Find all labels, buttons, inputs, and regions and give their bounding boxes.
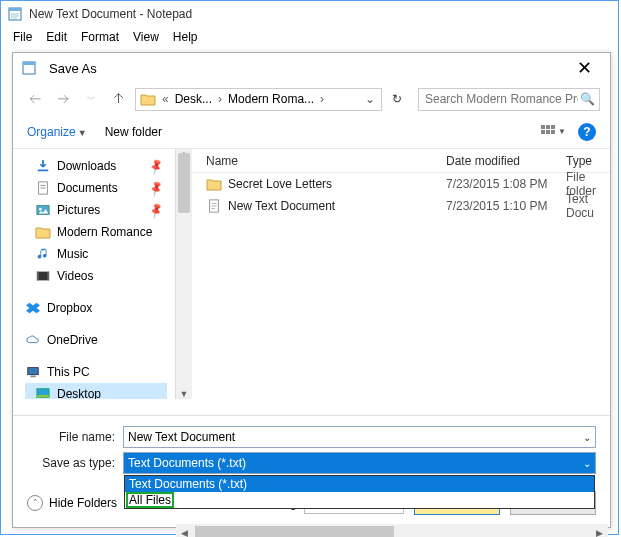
svg-rect-23 (30, 376, 35, 378)
column-date[interactable]: Date modified (446, 154, 566, 168)
dialog-titlebar: Save As ✕ (13, 53, 610, 83)
tree-item-pictures[interactable]: Pictures📌 (25, 199, 175, 221)
search-icon[interactable]: 🔍 (580, 92, 595, 106)
svg-rect-22 (28, 368, 39, 375)
pin-icon: 📌 (147, 201, 166, 219)
forward-button: 🡢 (51, 88, 75, 110)
chevron-right-icon[interactable]: « (162, 92, 169, 106)
tree-item-downloads[interactable]: Downloads📌 (25, 155, 175, 177)
videos-icon (35, 269, 51, 283)
scroll-left-icon[interactable]: ◀ (176, 528, 193, 538)
svg-rect-1 (9, 8, 21, 11)
list-item[interactable]: Secret Love Letters 7/23/2015 1:08 PM Fi… (192, 173, 610, 195)
scroll-right-icon[interactable]: ▶ (591, 528, 608, 538)
folder-icon (206, 177, 222, 191)
saveastype-option[interactable]: All Files (127, 493, 173, 507)
pin-icon: 📌 (147, 179, 166, 197)
svg-rect-11 (546, 130, 550, 134)
textdoc-icon (206, 199, 222, 213)
help-button[interactable]: ? (578, 123, 596, 141)
back-button[interactable]: 🡠 (23, 88, 47, 110)
list-item[interactable]: New Text Document 7/23/2015 1:10 PM Text… (192, 195, 610, 217)
svg-rect-8 (546, 125, 550, 129)
menu-help[interactable]: Help (167, 28, 204, 46)
filename-value: New Text Document (128, 430, 235, 444)
notepad-icon (7, 6, 23, 22)
notepad-title: New Text Document - Notepad (29, 7, 612, 21)
scroll-thumb[interactable] (195, 526, 394, 537)
tree-item-folder[interactable]: Modern Romance (25, 221, 175, 243)
menu-edit[interactable]: Edit (40, 28, 73, 46)
svg-rect-13 (38, 170, 49, 172)
menu-format[interactable]: Format (75, 28, 125, 46)
nav-tree[interactable]: Downloads📌 Documents📌 Pictures📌 Modern R… (13, 149, 175, 399)
download-icon (35, 159, 51, 173)
tree-item-onedrive[interactable]: OneDrive (25, 329, 175, 351)
svg-rect-10 (541, 130, 545, 134)
svg-rect-20 (37, 272, 39, 281)
search-box[interactable]: 🔍 (418, 88, 600, 111)
svg-rect-9 (551, 125, 555, 129)
up-button[interactable]: 🡡 (107, 88, 131, 110)
menu-view[interactable]: View (127, 28, 165, 46)
saveastype-dropdown: Text Documents (*.txt) All Files (124, 475, 595, 509)
tree-item-music[interactable]: Music (25, 243, 175, 265)
tree-item-documents[interactable]: Documents📌 (25, 177, 175, 199)
search-input[interactable] (423, 91, 580, 107)
column-type[interactable]: Type (566, 154, 610, 168)
newfolder-button[interactable]: New folder (105, 125, 162, 139)
hide-folders-button[interactable]: ˄ Hide Folders (27, 495, 117, 511)
svg-rect-12 (551, 130, 555, 134)
folder-icon (35, 225, 51, 239)
list-header: Name Date modified Type (192, 149, 610, 173)
menu-file[interactable]: File (7, 28, 38, 46)
saveastype-value: Text Documents (*.txt) (128, 456, 246, 470)
dropbox-icon (25, 301, 41, 315)
breadcrumb-seg1[interactable]: Desk... (175, 92, 212, 106)
thispc-icon (25, 365, 41, 379)
notepad-titlebar: New Text Document - Notepad (1, 1, 618, 27)
view-mode-button[interactable]: ▼ (541, 125, 566, 139)
chevron-up-icon: ˄ (27, 495, 43, 511)
scroll-down-icon[interactable]: ▼ (176, 389, 192, 399)
list-hscrollbar[interactable]: ◀ ▶ (176, 524, 608, 537)
svg-rect-21 (47, 272, 49, 281)
desktop-icon (35, 387, 51, 399)
tree-item-dropbox[interactable]: Dropbox (25, 297, 175, 319)
document-icon (35, 181, 51, 195)
chevron-down-icon[interactable]: ⌄ (583, 458, 591, 469)
address-bar[interactable]: « Desk... › Modern Roma... › ⌄ (135, 88, 382, 111)
chevron-down-icon[interactable]: ⌄ (583, 432, 591, 443)
refresh-button[interactable]: ↻ (386, 88, 408, 110)
recent-dropdown[interactable]: ﹀ (79, 88, 103, 110)
address-dropdown-icon[interactable]: ⌄ (363, 92, 377, 106)
chevron-right-icon: › (218, 92, 222, 106)
tree-scrollbar[interactable]: ▲ ▼ (175, 149, 192, 399)
saveastype-option[interactable]: Text Documents (*.txt) (125, 476, 594, 492)
pin-icon: 📌 (147, 157, 166, 175)
saveastype-field[interactable]: Text Documents (*.txt) ⌄ Text Documents … (123, 452, 596, 474)
organize-button[interactable]: Organize▼ (27, 125, 87, 139)
tree-item-videos[interactable]: Videos (25, 265, 175, 287)
filename-field[interactable]: New Text Document ⌄ (123, 426, 596, 448)
scroll-thumb[interactable] (178, 153, 190, 213)
tree-item-thispc[interactable]: This PC (25, 361, 175, 383)
breadcrumb-seg2[interactable]: Modern Roma... (228, 92, 314, 106)
svg-rect-25 (37, 395, 49, 398)
saveastype-label: Save as type: (27, 456, 115, 470)
nav-row: 🡠 🡢 ﹀ 🡡 « Desk... › Modern Roma... › ⌄ ↻… (13, 83, 610, 115)
notepad-window: New Text Document - Notepad File Edit Fo… (0, 0, 619, 535)
onedrive-icon (25, 333, 41, 347)
file-list[interactable]: Name Date modified Type Secret Love Lett… (192, 149, 610, 399)
view-grid-icon (541, 125, 555, 139)
filename-label: File name: (27, 430, 115, 444)
column-name[interactable]: Name (206, 154, 446, 168)
close-icon[interactable]: ✕ (567, 53, 602, 83)
toolbar: Organize▼ New folder ▼ ? (13, 115, 610, 149)
pictures-icon (35, 203, 51, 217)
svg-rect-19 (37, 272, 49, 281)
tree-item-desktop[interactable]: Desktop (25, 383, 167, 399)
svg-point-18 (39, 208, 42, 211)
chevron-right-icon: › (320, 92, 324, 106)
saveas-dialog: Save As ✕ 🡠 🡢 ﹀ 🡡 « Desk... › Modern Rom… (12, 52, 611, 528)
